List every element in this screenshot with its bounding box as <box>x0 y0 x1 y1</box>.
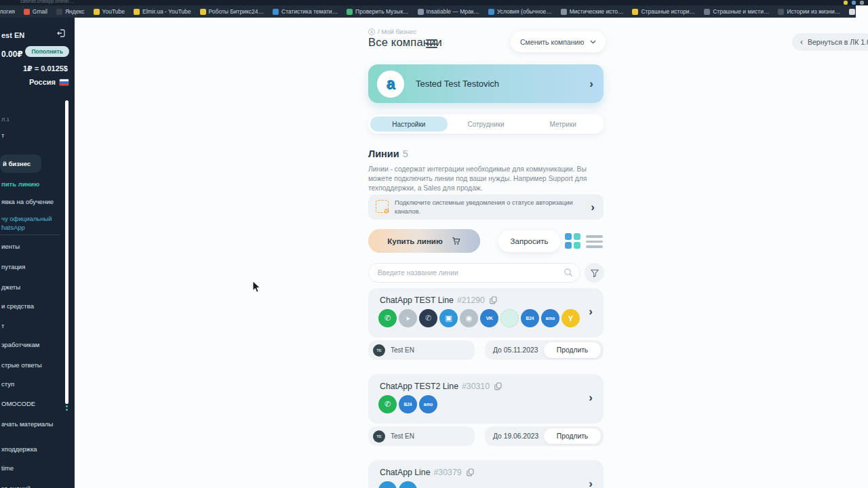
tab-metrics[interactable]: Метрики <box>524 117 601 131</box>
grid-view-icon[interactable] <box>565 233 581 249</box>
sidebar-item[interactable]: путация <box>1 263 25 270</box>
bookmark-label: Яндекс <box>65 8 85 15</box>
channel-icon[interactable] <box>500 309 519 327</box>
line-expiry-chip: До 05.11.2023 Продлить <box>485 340 604 360</box>
extension-icon[interactable] <box>852 1 856 5</box>
bookmark-item[interactable]: ология <box>0 8 15 15</box>
notification-banner[interactable]: ⚙ Подключите системные уведомления о ста… <box>368 195 604 220</box>
sidebar-item[interactable]: явка на обучение <box>1 198 54 205</box>
balance-value: 0.00₽ <box>1 49 23 59</box>
team-icon[interactable]: ◉ <box>460 309 478 327</box>
buy-line-button[interactable]: Купить линию <box>368 229 480 253</box>
list-view-icon[interactable] <box>586 235 603 251</box>
cart-icon <box>451 236 461 246</box>
bookmark-item[interactable]: Gmail <box>24 8 47 15</box>
breadcrumb-text[interactable]: / Мой бизнес <box>378 28 416 35</box>
vk-icon[interactable]: VK <box>480 309 498 327</box>
sidebar-item[interactable]: ступ <box>1 380 14 388</box>
bookmark-item[interactable]: Условия (обычное… <box>488 8 552 15</box>
renew-button[interactable]: Продлить <box>544 342 601 358</box>
logout-icon[interactable] <box>57 28 66 41</box>
sidebar-item[interactable]: стрые ответы <box>1 361 42 369</box>
sidebar-item[interactable]: time <box>1 464 14 472</box>
bookmark-label: Страшные истори… <box>641 8 695 15</box>
line-card[interactable]: ChatApp TEST2 Line #30310 ✆B24amo › <box>368 374 604 424</box>
bookmark-favicon <box>273 9 279 15</box>
bookmark-label: Статистика темати… <box>281 8 338 15</box>
sidebar-item[interactable]: т <box>1 131 4 139</box>
sidebar-item[interactable]: пить линию <box>1 180 39 188</box>
line-number: #30310 <box>462 382 490 391</box>
due-date: До 19.06.2023 <box>493 432 538 440</box>
telegram-icon[interactable]: ➤ <box>378 481 397 488</box>
search-input[interactable] <box>368 263 580 283</box>
sidebar-item[interactable]: джеты <box>1 283 20 291</box>
sidebar-item[interactable]: ачать материалы <box>1 420 53 428</box>
exchange-rate: 1₽ = 0.0125$ <box>23 64 68 73</box>
bookmark-item[interactable]: Статистика темати… <box>273 8 338 15</box>
mouse-cursor <box>252 281 261 293</box>
bookmark-item[interactable]: Проверить Музык… <box>347 8 409 15</box>
request-line-button[interactable]: Запросить <box>498 230 560 252</box>
bookmark-favicon <box>488 9 494 15</box>
bookmark-item[interactable]: Страшные и мисти… <box>704 8 769 15</box>
bookmark-item[interactable]: YouTube <box>94 8 125 15</box>
bot-icon[interactable]: ▣ <box>399 481 417 488</box>
banner-text: Подключите системные уведомления о стату… <box>395 199 585 216</box>
menu-icon[interactable] <box>426 39 437 51</box>
topup-button[interactable]: Пополнить <box>25 46 69 57</box>
bookmark-item[interactable]: Роботы Битрикс24… <box>200 8 264 15</box>
copy-icon[interactable] <box>490 296 497 304</box>
sidebar-item[interactable]: й бизнес <box>0 155 41 173</box>
b24-icon[interactable]: B24 <box>521 309 539 327</box>
bookmark-favicon <box>704 9 710 15</box>
sidebar-item[interactable]: Л.1 <box>1 117 9 123</box>
bookmark-item[interactable]: Elmir.ua - YouTube <box>134 8 191 15</box>
copy-icon[interactable] <box>467 468 474 476</box>
app-logo-icon: a <box>368 28 375 35</box>
chevron-left-icon: ‹ <box>800 38 803 46</box>
whatsapp-icon[interactable]: ✆ <box>378 395 397 413</box>
owner-name: Test EN <box>391 432 414 440</box>
bookmark-item[interactable]: Đ¤Đ¾Ň€ĐµŇ„… <box>849 8 856 15</box>
sidebar-item[interactable]: зработчикам <box>1 341 39 348</box>
bookmark-item[interactable]: Мистические исто… <box>561 8 624 15</box>
profile-icon[interactable] <box>860 1 864 5</box>
bot-icon[interactable]: ▣ <box>439 309 458 327</box>
amo-icon[interactable]: amo <box>419 395 437 413</box>
amo-icon[interactable]: amo <box>541 309 559 327</box>
line-card[interactable]: ChatApp Line #30379 ➤▣ › <box>368 460 604 488</box>
bookmark-favicon <box>778 9 784 15</box>
bookmark-item[interactable]: Яндекс <box>56 8 85 15</box>
tab-settings[interactable]: Настройки <box>370 117 448 131</box>
yclients-icon[interactable]: Y <box>561 309 580 327</box>
company-card[interactable]: a Tested Test Testovich › <box>368 64 604 103</box>
country-selector[interactable]: Россия <box>29 78 69 86</box>
b24-icon[interactable]: B24 <box>399 395 417 413</box>
sidebar-item[interactable]: чу официальный hatsApp <box>1 214 52 232</box>
back-to-lk-button[interactable]: ‹ Вернуться в ЛК 1.0 <box>792 33 868 51</box>
chevron-right-icon: › <box>591 201 595 213</box>
line-card[interactable]: ChatApp TEST Line #21290 ✆➤✆▣◉VKB24amoY … <box>368 288 604 338</box>
sidebar-item[interactable]: за знаний <box>1 485 31 488</box>
whatsapp-icon[interactable]: ✆ <box>378 309 397 327</box>
sidebar-scrollbar[interactable] <box>65 100 68 404</box>
renew-button[interactable]: Продлить <box>544 428 601 444</box>
sidebar-item[interactable]: иенты <box>1 243 20 250</box>
bookmark-item[interactable]: Insatiable — Мрак… <box>418 8 479 15</box>
copy-icon[interactable] <box>494 382 502 390</box>
viber-icon[interactable]: ✆ <box>419 309 437 327</box>
filter-button[interactable] <box>585 263 604 283</box>
bookmark-item[interactable]: Истории из жизни… <box>778 8 840 15</box>
sidebar-item[interactable]: хподдержка <box>1 445 37 453</box>
bookmark-favicon <box>347 9 353 15</box>
extension-icon[interactable] <box>844 1 848 5</box>
bookmark-item[interactable]: Страшные истори… <box>632 8 695 15</box>
sidebar-item[interactable]: т <box>1 322 4 329</box>
telegram-icon[interactable]: ➤ <box>399 309 417 327</box>
bookmark-favicon <box>418 9 424 15</box>
tab-employees[interactable]: Сотрудники <box>448 117 525 131</box>
sidebar-item[interactable]: OMOCODE <box>1 400 35 407</box>
sidebar-item[interactable]: и средства <box>1 302 34 310</box>
change-company-button[interactable]: Сменить компанию <box>511 31 606 52</box>
